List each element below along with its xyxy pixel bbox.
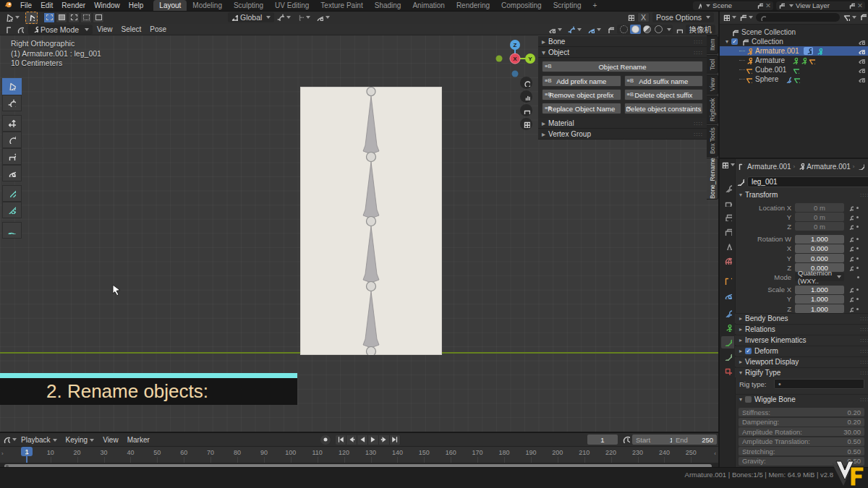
- editor-type-dropdown[interactable]: [14, 25, 27, 35]
- field-value[interactable]: 0.000: [795, 244, 844, 253]
- add-workspace-button[interactable]: +: [587, 0, 603, 11]
- mode-dropdown[interactable]: Pose Mode: [28, 25, 93, 35]
- field-value[interactable]: 1.000: [795, 304, 844, 313]
- timeline-menu-view[interactable]: View: [98, 436, 123, 444]
- tool-rotate[interactable]: [2, 132, 22, 148]
- properties-tab-bone-constraint[interactable]: [721, 351, 734, 363]
- replace-object-name-button[interactable]: ≡BReplace Object Name: [542, 103, 621, 114]
- animate-dot[interactable]: [856, 288, 859, 291]
- filter-dropdown[interactable]: [843, 14, 856, 21]
- shading-material[interactable]: [642, 25, 652, 34]
- workspace-tab-sculpting[interactable]: Sculpting: [228, 0, 269, 11]
- use-preview-range-icon[interactable]: [622, 435, 630, 443]
- deform-checkbox[interactable]: ✓: [745, 348, 752, 354]
- zoom-button[interactable]: [520, 77, 532, 89]
- properties-tab-texture[interactable]: [721, 365, 734, 377]
- viewport-menu-select[interactable]: Select: [117, 25, 146, 33]
- field-value[interactable]: 0 m: [795, 213, 844, 221]
- animate-dot[interactable]: [856, 267, 859, 269]
- bone-icon[interactable]: [857, 163, 864, 170]
- panel-header-rigify-type[interactable]: ▾Rigify Type::::: [735, 367, 868, 377]
- workspace-tab-layout[interactable]: Layout: [153, 0, 187, 11]
- tool-pose-breakdowner[interactable]: [2, 222, 22, 239]
- animate-dot[interactable]: [856, 308, 859, 310]
- field-value[interactable]: 1.000: [795, 295, 844, 304]
- panel-header-inverse-kinematics[interactable]: ▸Inverse Kinematics::::: [735, 335, 868, 345]
- filter-id-dropdown[interactable]: [739, 14, 753, 21]
- properties-tab-scene[interactable]: [721, 240, 734, 252]
- animate-dot[interactable]: [856, 207, 859, 209]
- outliner-search-input[interactable]: [756, 13, 840, 22]
- scene-selector[interactable]: Scene ✕: [693, 1, 773, 10]
- proportional-edit-dropdown[interactable]: [313, 12, 333, 22]
- navigation-gizmo[interactable]: Z Y X: [489, 36, 541, 88]
- field-value[interactable]: Quaternion (WXY..: [795, 273, 844, 281]
- delete-object-suffix-button[interactable]: ≡BDelete object suffix: [624, 89, 704, 100]
- properties-tab-physics[interactable]: [721, 289, 734, 301]
- play-reverse-button[interactable]: [357, 435, 368, 445]
- wiggle-field-amplituderotation[interactable]: Amplitude Rotation:30.00: [739, 427, 864, 436]
- wiggle-field-stretching[interactable]: Stretching:0.50: [739, 447, 864, 455]
- properties-tab-tool[interactable]: [721, 182, 734, 194]
- bone-name-input[interactable]: leg_001: [747, 176, 868, 187]
- eye-icon[interactable]: [858, 38, 865, 46]
- workspace-tab-shading[interactable]: Shading: [369, 0, 407, 11]
- current-frame-field[interactable]: 1: [587, 435, 618, 445]
- new-view-layer-icon[interactable]: [848, 2, 855, 9]
- camera-switch-button[interactable]: 换像机: [686, 25, 716, 34]
- armature-bone-chain[interactable]: [300, 87, 442, 355]
- close-scene-icon[interactable]: ✕: [765, 1, 771, 9]
- panel-header-material[interactable]: ▸Material::::: [538, 118, 707, 129]
- select-mode-new[interactable]: [43, 12, 55, 23]
- outliner-row-armature-001[interactable]: Armature.001: [720, 46, 868, 56]
- jump-to-start-button[interactable]: [336, 435, 346, 445]
- field-value[interactable]: 1.000: [795, 286, 844, 294]
- tool-scale[interactable]: [2, 148, 22, 165]
- menu-file[interactable]: File: [16, 1, 36, 9]
- eye-icon[interactable]: [858, 47, 865, 56]
- snap-toggle[interactable]: [294, 12, 313, 22]
- panel-header-deform[interactable]: ▸✓Deform::::: [735, 346, 868, 356]
- show-gizmo-dropdown[interactable]: [545, 25, 565, 35]
- select-mode-subtract[interactable]: [68, 12, 80, 23]
- tool-transform[interactable]: [2, 165, 22, 181]
- rig-type-input[interactable]: •: [774, 379, 864, 389]
- animate-dot[interactable]: [856, 257, 859, 260]
- xray-toggle[interactable]: [604, 25, 617, 35]
- workspace-tab-texture-paint[interactable]: Texture Paint: [315, 0, 368, 11]
- pose-options-dropdown[interactable]: Pose Options: [652, 12, 714, 22]
- record-button[interactable]: [320, 435, 331, 445]
- camera-view-button[interactable]: [520, 104, 532, 116]
- animate-dot[interactable]: [856, 247, 859, 249]
- menu-help[interactable]: Help: [124, 1, 148, 9]
- timeline-ruler[interactable]: › ‹ 1 1102030405060708090100110120130140…: [0, 447, 718, 463]
- properties-tab-render[interactable]: [721, 197, 734, 209]
- expand-arrow[interactable]: ›: [1, 450, 4, 457]
- pivot-point-dropdown[interactable]: [274, 12, 294, 22]
- transform-orientation-dropdown[interactable]: Global: [228, 12, 274, 22]
- jump-to-end-button[interactable]: [390, 435, 401, 445]
- pan-hand-button[interactable]: [520, 90, 532, 103]
- tool-move[interactable]: [2, 115, 22, 132]
- breadcrumb-object[interactable]: Armature.001: [747, 163, 791, 171]
- properties-tab-view-layer[interactable]: [721, 226, 734, 238]
- collection-checkbox[interactable]: ✓: [731, 38, 738, 45]
- object-rename-button[interactable]: ≡B Object Rename: [542, 61, 703, 72]
- wiggle-field-stiffness[interactable]: Stiffness:0.20: [739, 408, 864, 416]
- wiggle-bone-checkbox[interactable]: [745, 396, 752, 403]
- sidebar-tab-item[interactable]: Item: [707, 35, 718, 54]
- frame-end-field[interactable]: End250: [672, 435, 717, 445]
- next-keyframe-button[interactable]: [379, 435, 390, 445]
- play-button[interactable]: [368, 435, 379, 445]
- delete-object-constraints-button[interactable]: ✕Delete object constraints: [624, 103, 704, 114]
- wiggle-field-amplitudetranslation[interactable]: Amplitude Translation:0.50: [739, 437, 864, 446]
- camera-icon[interactable]: [673, 25, 686, 35]
- object-icon[interactable]: [738, 163, 745, 170]
- wiggle-field-dampening[interactable]: Dampening:0.20: [739, 418, 864, 427]
- timeline-menu-marker[interactable]: Marker: [123, 436, 154, 444]
- timeline-menu-playback[interactable]: Playback: [17, 436, 61, 444]
- sidebar-tab-view[interactable]: View: [707, 74, 718, 95]
- sidebar-tab-tool[interactable]: Tool: [707, 55, 718, 74]
- view-layer-selector[interactable]: View Layer ✕: [776, 1, 865, 10]
- outliner-row-armature[interactable]: Armature: [720, 56, 868, 65]
